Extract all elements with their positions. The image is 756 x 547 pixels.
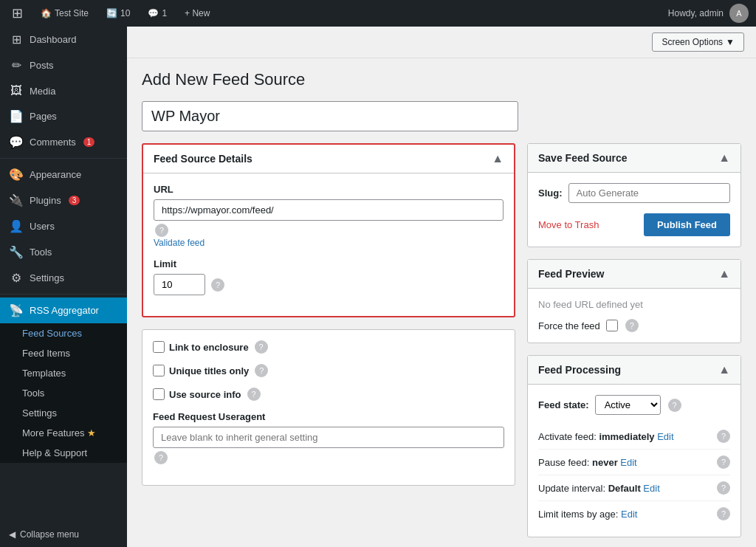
validate-feed-link[interactable]: Validate feed <box>154 238 205 248</box>
rss-sub-menu: Feed Sources Feed Items Templates Tools … <box>0 323 127 463</box>
action-row: Move to Trash Publish Feed <box>538 213 730 236</box>
sidebar-item-tools[interactable]: 🔧 Tools <box>0 239 127 265</box>
feed-request-input[interactable] <box>153 427 504 448</box>
sidebar-item-users[interactable]: 👤 Users <box>0 213 127 239</box>
sidebar-sub-feed-sources[interactable]: Feed Sources <box>0 323 127 343</box>
sidebar-sub-settings[interactable]: Settings <box>0 403 127 423</box>
update-interval-help-icon[interactable]: ? <box>717 481 730 495</box>
comments-link[interactable]: 💬 1 <box>143 0 171 27</box>
sidebar-sub-more-features[interactable]: More Features ★ <box>0 423 127 443</box>
feed-request-help-icon[interactable]: ? <box>154 451 168 464</box>
url-label: URL <box>154 184 504 195</box>
slug-label: Slug: <box>538 188 563 199</box>
comment-icon: 💬 <box>148 8 159 18</box>
pages-icon: 📄 <box>9 109 24 123</box>
sidebar-item-media[interactable]: 🖼 Media <box>0 78 127 103</box>
sidebar-item-comments[interactable]: 💬 Comments 1 <box>0 129 127 155</box>
slug-row: Slug: <box>538 183 730 203</box>
activate-feed-edit-link[interactable]: Edit <box>657 431 673 442</box>
use-source-info-row: Use source info ? <box>153 388 504 401</box>
limit-input[interactable] <box>154 274 205 295</box>
collapse-menu[interactable]: ◀ Collapse menu <box>0 522 127 547</box>
force-feed-label: Force the feed <box>538 320 600 331</box>
feed-processing-panel: Feed Processing ▲ Feed state: Active Pau… <box>527 355 741 537</box>
feed-processing-toggle[interactable]: ▲ <box>718 363 730 376</box>
sidebar-sub-templates[interactable]: Templates <box>0 363 127 383</box>
plugins-badge: 3 <box>69 196 80 205</box>
feed-preview-header: Feed Preview ▲ <box>528 260 740 289</box>
feed-source-details-body: URL ? Validate feed Limit <box>143 173 514 316</box>
feed-source-details-toggle[interactable]: ▲ <box>492 152 504 165</box>
save-feed-source-panel: Save Feed Source ▲ Slug: Move to Trash P… <box>527 143 741 247</box>
activate-feed-help-icon[interactable]: ? <box>717 430 730 443</box>
sidebar-sub-help-support[interactable]: Help & Support <box>0 443 127 463</box>
star-icon: ★ <box>87 427 96 438</box>
user-greeting: Howdy, admin A <box>668 4 749 23</box>
sidebar-sub-feed-items[interactable]: Feed Items <box>0 343 127 363</box>
sidebar-item-posts[interactable]: ✏ Posts <box>0 52 127 78</box>
feed-preview-panel: Feed Preview ▲ No feed URL defined yet F… <box>527 259 741 343</box>
link-to-enclosure-row: Link to enclosure ? <box>153 340 504 354</box>
update-interval-text: Update interval: Default Edit <box>538 483 715 494</box>
feed-preview-title: Feed Preview <box>538 268 605 280</box>
sidebar-item-dashboard[interactable]: ⊞ Dashboard <box>0 27 127 52</box>
unique-titles-help-icon[interactable]: ? <box>255 364 268 377</box>
admin-bar: ⊞ 🏠 Test Site 🔄 10 💬 1 + New Howdy, admi… <box>0 0 756 27</box>
feed-state-label: Feed state: <box>538 399 589 410</box>
feed-state-row: Feed state: Active Paused Disabled ? <box>538 395 730 415</box>
screen-options-button[interactable]: Screen Options ▼ <box>652 32 744 52</box>
unique-titles-checkbox[interactable] <box>153 365 165 376</box>
pause-feed-help-icon[interactable]: ? <box>717 455 730 469</box>
url-help-icon[interactable]: ? <box>155 224 168 237</box>
use-source-info-checkbox[interactable] <box>153 388 165 400</box>
feed-preview-toggle[interactable]: ▲ <box>718 267 730 281</box>
pause-feed-text: Pause feed: never Edit <box>538 457 715 468</box>
feed-source-details-title: Feed Source Details <box>154 153 252 165</box>
unique-titles-label: Unique titles only <box>169 365 249 376</box>
limit-help-icon[interactable]: ? <box>211 278 224 292</box>
rss-icon: 📡 <box>9 303 24 317</box>
plugins-icon: 🔌 <box>9 193 24 207</box>
new-content-link[interactable]: + New <box>180 0 214 27</box>
settings-icon: ⚙ <box>9 271 24 285</box>
limit-items-row: Limit items by age: Edit ? <box>538 501 730 526</box>
page-content: Add New Feed Source Feed Source Details … <box>127 58 756 547</box>
save-feed-source-toggle[interactable]: ▲ <box>718 151 730 165</box>
feed-processing-title: Feed Processing <box>538 364 621 376</box>
side-column: Save Feed Source ▲ Slug: Move to Trash P… <box>527 143 741 547</box>
link-to-enclosure-checkbox[interactable] <box>153 341 165 353</box>
link-to-enclosure-help-icon[interactable]: ? <box>255 340 268 354</box>
updates-link[interactable]: 🔄 10 <box>102 0 134 27</box>
update-interval-edit-link[interactable]: Edit <box>643 483 659 494</box>
sidebar-item-rss-aggregator[interactable]: 📡 RSS Aggregator <box>0 297 127 323</box>
limit-items-edit-link[interactable]: Edit <box>621 509 637 520</box>
wp-logo[interactable]: ⊞ <box>7 0 27 27</box>
publish-feed-button[interactable]: Publish Feed <box>644 213 730 236</box>
content-area: Screen Options ▼ Add New Feed Source Fee… <box>127 27 756 547</box>
dashboard-icon: ⊞ <box>9 32 24 47</box>
sidebar-sub-tools[interactable]: Tools <box>0 383 127 403</box>
feed-source-details-metabox: Feed Source Details ▲ URL ? <box>142 143 515 317</box>
limit-items-help-icon[interactable]: ? <box>717 507 730 520</box>
force-feed-checkbox[interactable] <box>606 320 618 331</box>
sidebar-item-appearance[interactable]: 🎨 Appearance <box>0 162 127 188</box>
pause-feed-edit-link[interactable]: Edit <box>620 457 636 468</box>
collapse-icon: ◀ <box>9 529 16 540</box>
url-input[interactable] <box>154 199 504 221</box>
feed-processing-header: Feed Processing ▲ <box>528 356 740 385</box>
move-to-trash-link[interactable]: Move to Trash <box>538 219 599 230</box>
feed-state-help-icon[interactable]: ? <box>668 399 681 412</box>
main-layout: ⊞ Dashboard ✏ Posts 🖼 Media 📄 Pages 💬 Co… <box>0 27 756 547</box>
activate-feed-row: Activate feed: immediately Edit ? <box>538 424 730 450</box>
feed-state-select[interactable]: Active Paused Disabled <box>595 395 661 415</box>
feed-name-input[interactable] <box>142 101 518 131</box>
sidebar-item-plugins[interactable]: 🔌 Plugins 3 <box>0 188 127 213</box>
extra-options-metabox: Link to enclosure ? Unique titles only ? <box>142 329 515 486</box>
sidebar-item-pages[interactable]: 📄 Pages <box>0 103 127 129</box>
use-source-info-help-icon[interactable]: ? <box>247 388 261 401</box>
slug-input[interactable] <box>568 183 731 203</box>
sidebar-item-settings[interactable]: ⚙ Settings <box>0 265 127 291</box>
force-feed-help-icon[interactable]: ? <box>625 319 639 332</box>
site-name-link[interactable]: 🏠 Test Site <box>36 0 93 27</box>
updates-icon: 🔄 <box>106 8 117 18</box>
